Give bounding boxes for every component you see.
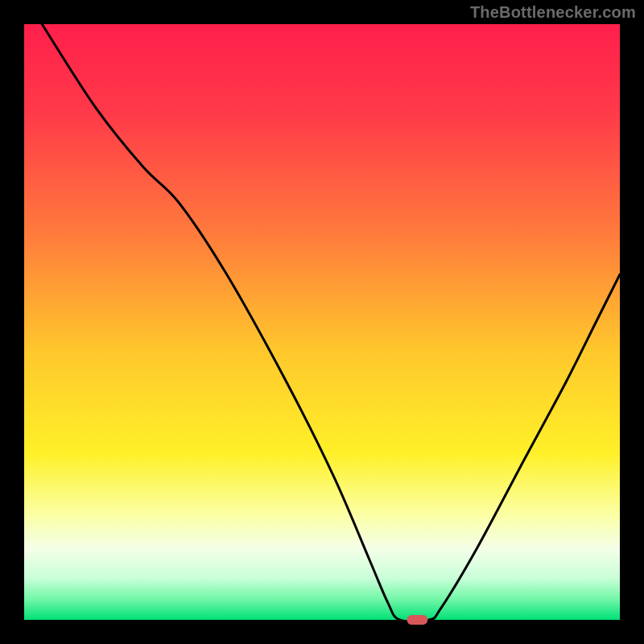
watermark-label: TheBottlenecker.com xyxy=(470,3,636,22)
bottleneck-chart: TheBottlenecker.com xyxy=(0,0,644,644)
plot-area xyxy=(24,24,620,620)
chart-canvas xyxy=(0,0,644,644)
optimum-marker xyxy=(407,615,427,625)
